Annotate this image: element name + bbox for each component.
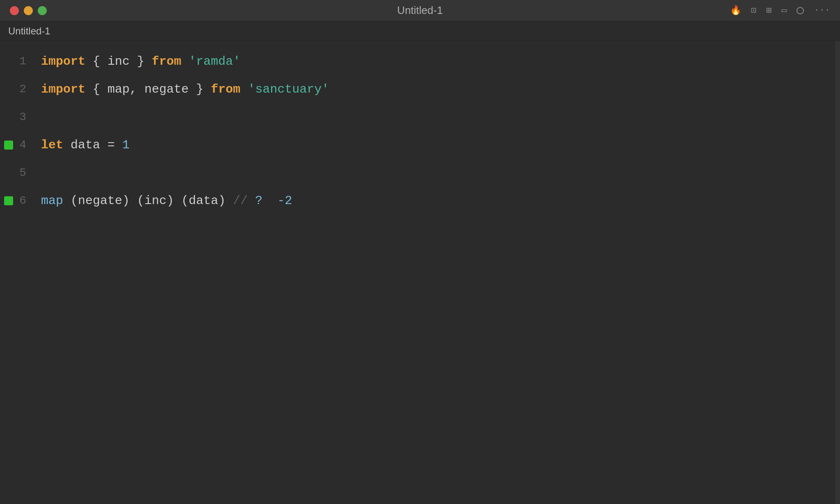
token-brace-close-2: }: [189, 75, 211, 103]
line-number-3: 3: [0, 103, 26, 131]
token-data-assign: data =: [63, 131, 122, 159]
token-space-2: [240, 75, 248, 103]
gutter-indicator-4: [4, 141, 13, 150]
code-line-6: map (negate) (inc) (data) // ? -2: [41, 187, 840, 215]
token-comment-q: ?: [255, 187, 262, 215]
line-number-2: 2: [0, 75, 26, 103]
token-string-sanctuary: 'sanctuary': [248, 75, 329, 103]
code-line-1: import { inc } from 'ramda': [41, 48, 840, 75]
toolbar-right: 🔥 ⊡ ⊞ ▭ ···: [730, 5, 830, 16]
scrollbar[interactable]: [835, 41, 840, 504]
minimize-button[interactable]: [24, 6, 33, 15]
close-button[interactable]: [10, 6, 19, 15]
code-line-4: let data = 1: [41, 131, 840, 159]
line-gutter: 1 2 3 4 5 6: [0, 48, 33, 504]
window-title: Untitled-1: [397, 4, 443, 17]
code-line-5: [41, 159, 840, 187]
line-number-5: 5: [0, 159, 26, 187]
token-call-chain: (negate) (inc) (data): [63, 187, 233, 215]
editor-area: 1 2 3 4 5 6 import { inc } from 'ramda' …: [0, 41, 840, 504]
title-bar: Untitled-1 🔥 ⊡ ⊞ ▭ ···: [0, 0, 840, 21]
token-import-1: import: [41, 48, 85, 75]
token-space-1: [181, 48, 189, 75]
token-brace-open-2: {: [85, 75, 107, 103]
gutter-indicator-6: [4, 196, 13, 205]
active-tab[interactable]: Untitled-1: [8, 25, 50, 37]
traffic-lights: [10, 6, 47, 15]
code-line-2: import { map, negate } from 'sanctuary': [41, 75, 840, 103]
token-import-2: import: [41, 75, 85, 103]
tab-bar: Untitled-1: [0, 21, 840, 41]
token-brace-open-1: {: [85, 48, 107, 75]
token-map: map: [41, 187, 63, 215]
token-brace-close-1: }: [130, 48, 152, 75]
token-from-1: from: [152, 48, 181, 75]
more-options-icon[interactable]: ···: [814, 5, 830, 16]
split-icon[interactable]: ⊡: [751, 5, 756, 16]
flame-icon[interactable]: 🔥: [730, 5, 741, 16]
token-map-negate: map, negate: [107, 75, 189, 103]
token-negative-2: -2: [262, 187, 292, 215]
token-inc: inc: [107, 48, 130, 75]
line-number-1: 1: [0, 48, 26, 75]
columns-icon[interactable]: ⊞: [766, 5, 772, 16]
token-number-1: 1: [122, 131, 130, 159]
token-let: let: [41, 131, 63, 159]
sidebar-icon[interactable]: ▭: [781, 5, 787, 16]
maximize-button[interactable]: [38, 6, 47, 15]
code-content: import { inc } from 'ramda' import { map…: [33, 48, 840, 504]
token-string-ramda: 'ramda': [189, 48, 240, 75]
token-comment-slash: //: [233, 187, 255, 215]
code-line-3: [41, 103, 840, 131]
status-circle-icon[interactable]: [797, 7, 804, 14]
token-from-2: from: [211, 75, 240, 103]
